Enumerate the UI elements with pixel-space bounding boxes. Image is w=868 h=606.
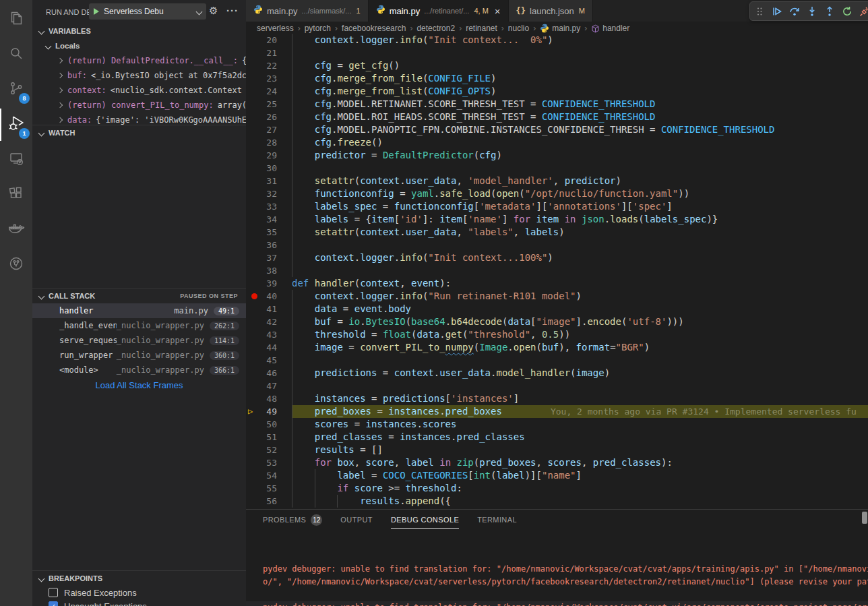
- stack-frame-_handle_event[interactable]: _handle_event_nuclio_wrapper.py262:1: [32, 318, 246, 333]
- stack-frame-run_wrapper[interactable]: run_wrapper_nuclio_wrapper.py360:1: [32, 348, 246, 363]
- indent-guide: [315, 495, 315, 508]
- breadcrumb-item-main.py[interactable]: main.py: [540, 24, 580, 33]
- breadcrumb-item-detectron2[interactable]: detectron2: [416, 24, 455, 33]
- panel-scrollbar[interactable]: [862, 512, 867, 524]
- panel-tab-problems[interactable]: PROBLEMS12: [263, 510, 322, 529]
- variable-name: data:: [67, 115, 92, 125]
- tab-main.py[interactable]: main.py.../retinanet/...4, M×: [369, 0, 509, 22]
- variable-name: (return) convert_PIL_to_numpy:: [67, 100, 214, 110]
- activity-source-control[interactable]: 8: [0, 72, 32, 107]
- code-text: data = event.body: [292, 303, 411, 314]
- call-stack-section: CALL STACK PAUSED ON STEP handlermain.py…: [32, 288, 246, 570]
- drag-grip-icon[interactable]: [753, 5, 766, 18]
- line-number: 41: [253, 303, 277, 315]
- code-line-40: 40 context.logger.info("Run retinanet-R1…: [246, 290, 868, 303]
- variable-row[interactable]: buf:<_io.BytesIO object at 0x7f5a2dc1ecc…: [32, 68, 246, 83]
- line-number: 44: [253, 341, 277, 354]
- line-number: 25: [253, 98, 277, 111]
- indent-guide: [337, 495, 338, 508]
- scm-badge: 8: [19, 93, 30, 104]
- line-number: 47: [253, 380, 277, 392]
- stack-frame-handler[interactable]: handlermain.py49:1: [32, 303, 246, 318]
- breadcrumb-item-serverless[interactable]: serverless: [257, 24, 294, 33]
- step-out-button[interactable]: [824, 5, 836, 18]
- indent-guide: [292, 482, 292, 495]
- line-number: 22: [253, 59, 277, 72]
- panel-tab-terminal[interactable]: TERMINAL: [477, 510, 517, 529]
- code-text: cfg.MODEL.ROI_HEADS.SCORE_THRESH_TEST = …: [292, 111, 655, 122]
- frame-function: <module>: [59, 365, 98, 375]
- watch-header-label: WATCH: [49, 129, 75, 137]
- frame-file: main.py: [174, 306, 208, 315]
- python-icon: [376, 5, 385, 17]
- line-number: 34: [253, 213, 277, 226]
- code-editor[interactable]: 20 context.logger.info("Init context... …: [246, 34, 868, 509]
- breadcrumb-item-facebookresearch[interactable]: facebookresearch: [342, 24, 406, 33]
- call-stack-header[interactable]: CALL STACK PAUSED ON STEP: [32, 288, 246, 303]
- activity-remote-explorer[interactable]: [0, 142, 32, 177]
- code-text: results = []: [292, 444, 383, 455]
- indent-guide: [292, 456, 292, 469]
- code-text: image = convert_PIL_to_numpy(Image.open(…: [292, 342, 650, 353]
- step-into-button[interactable]: [806, 5, 818, 18]
- code-text: pred_classes = instances.pred_classes: [292, 431, 525, 442]
- variable-name: context:: [67, 86, 106, 95]
- watch-header[interactable]: WATCH: [32, 125, 246, 140]
- breadcrumb-item-nuclio[interactable]: nuclio: [508, 24, 529, 33]
- variables-header[interactable]: VARIABLES: [32, 24, 246, 38]
- variable-row[interactable]: context:<nuclio_sdk.context.Context obje…: [32, 83, 246, 98]
- activity-search[interactable]: [0, 37, 32, 72]
- variable-row[interactable]: (return) DefaultPredictor.__call__:{'ins…: [32, 53, 246, 68]
- activity-explorer[interactable]: [0, 2, 32, 37]
- checkbox[interactable]: ✓: [49, 601, 58, 606]
- breadcrumb-item-retinanet[interactable]: retinanet: [466, 24, 497, 33]
- close-icon[interactable]: ×: [495, 6, 501, 16]
- step-over-button[interactable]: [788, 5, 801, 18]
- more-actions-icon[interactable]: ···: [226, 5, 239, 16]
- disconnect-button[interactable]: [859, 5, 868, 18]
- activity-extensions[interactable]: [0, 177, 32, 212]
- indent-guide: [292, 162, 292, 175]
- chevron-down-icon: [38, 28, 45, 34]
- code-text: setattr(context.user_data, "labels", lab…: [292, 226, 565, 237]
- tab-main.py[interactable]: main.py.../siammask/...1: [246, 0, 369, 22]
- variable-value: {'image': 'iVBORw0KGgoAAAANSUhE…: [96, 115, 246, 125]
- code-line-24: 24 cfg.merge_from_list(CONFIG_OPTS): [246, 85, 868, 98]
- code-text: label = COCO_CATEGORIES[int(label)]["nam…: [292, 470, 582, 481]
- console-line: o/", "/home/nmanovic/Workspace/cvat/serv…: [263, 576, 868, 588]
- restart-button[interactable]: [841, 5, 853, 18]
- indent-guide: [292, 315, 292, 328]
- breakpoints-header-label: BREAKPOINTS: [49, 574, 102, 582]
- stack-frame-module[interactable]: <module>_nuclio_wrapper.py366:1: [32, 363, 246, 377]
- breadcrumb-item-handler[interactable]: handler: [591, 24, 629, 33]
- load-all-stack-frames-link[interactable]: Load All Stack Frames: [32, 377, 246, 392]
- code-text: labels_spec = functionconfig['metadata']…: [292, 201, 673, 212]
- locals-scope[interactable]: Locals: [32, 38, 246, 53]
- activity-run-and-debug[interactable]: 1: [0, 107, 32, 142]
- chevron-right-icon: [57, 58, 63, 63]
- stack-frame-serve_requests[interactable]: serve_requests_nuclio_wrapper.py114:1: [32, 333, 246, 348]
- python-icon: [540, 24, 549, 33]
- panel-tab-output[interactable]: OUTPUT: [340, 510, 373, 529]
- tab-launch.json[interactable]: {}launch.jsonM: [509, 0, 593, 22]
- breakpoint-row[interactable]: Raised Exceptions: [32, 586, 246, 599]
- variable-row[interactable]: (return) convert_PIL_to_numpy:array([[[ …: [32, 98, 246, 113]
- gear-icon[interactable]: ⚙: [209, 5, 218, 17]
- continue-button[interactable]: [771, 5, 783, 18]
- breadcrumb-separator: ›: [501, 24, 504, 33]
- activity-bar: 8 1: [0, 0, 32, 606]
- code-line-27: 27 cfg.MODEL.PANOPTIC_FPN.COMBINE.INSTAN…: [246, 123, 868, 136]
- breadcrumb-item-pytorch[interactable]: pytorch: [305, 24, 331, 33]
- code-line-20: 20 context.logger.info("Init context... …: [246, 34, 868, 47]
- breakpoints-header[interactable]: BREAKPOINTS: [32, 570, 246, 586]
- variable-row[interactable]: data:{'image': 'iVBORw0KGgoAAAANSUhE…: [32, 113, 246, 125]
- checkbox[interactable]: [49, 588, 58, 597]
- activity-docker[interactable]: [0, 212, 32, 247]
- frame-position-badge: 49:1: [214, 307, 239, 315]
- panel-tab-debug-console[interactable]: DEBUG CONSOLE: [391, 510, 459, 529]
- breakpoint-row[interactable]: ✓Uncaught Exceptions: [32, 599, 246, 606]
- code-text: cfg.MODEL.RETINANET.SCORE_THRESH_TEST = …: [292, 98, 655, 109]
- python-icon: [253, 5, 263, 17]
- launch-config-dropdown[interactable]: Serverless Debu: [89, 3, 206, 20]
- activity-git-graph[interactable]: [0, 247, 32, 282]
